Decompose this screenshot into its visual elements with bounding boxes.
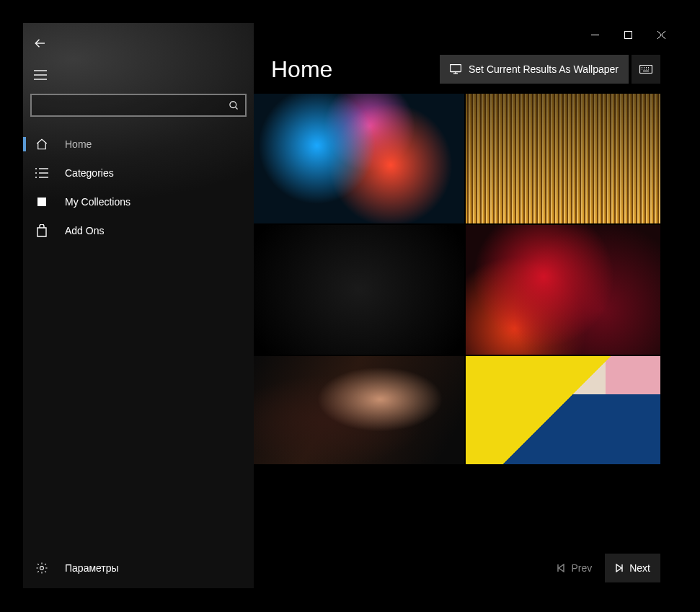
sidebar-item-addons[interactable]: Add Ons — [23, 216, 254, 245]
search-wrap — [23, 89, 254, 124]
minimize-icon — [591, 31, 599, 39]
next-button[interactable]: Next — [605, 554, 660, 582]
collection-icon — [33, 196, 50, 208]
set-wallpaper-button[interactable]: Set Current Results As Wallpaper — [440, 55, 629, 84]
arrow-left-icon — [34, 37, 47, 50]
hamburger-icon — [34, 70, 47, 80]
main-panel: Home Set Current Results As Wallpaper — [254, 23, 678, 588]
sidebar-item-label: Home — [65, 138, 92, 150]
svg-line-5 — [235, 107, 237, 109]
svg-rect-15 — [624, 31, 632, 38]
thumbnail-item[interactable] — [254, 356, 464, 464]
titlebar — [254, 23, 678, 46]
sidebar-item-label: My Collections — [65, 196, 130, 208]
sidebar: Home Categories My Colle — [23, 23, 254, 588]
prev-label: Prev — [571, 562, 592, 574]
thumbnail-item[interactable] — [466, 225, 660, 355]
page-title: Home — [271, 56, 440, 83]
svg-marker-32 — [559, 564, 564, 572]
pager: Prev Next — [254, 548, 678, 588]
nav-list: Home Categories My Colle — [23, 130, 254, 548]
maximize-button[interactable] — [611, 23, 644, 46]
thumbnail-grid — [254, 92, 678, 548]
sidebar-item-home[interactable]: Home — [23, 130, 254, 159]
svg-marker-33 — [616, 564, 621, 572]
svg-point-4 — [230, 101, 236, 107]
close-icon — [657, 31, 665, 39]
list-icon — [33, 168, 50, 178]
hamburger-button[interactable] — [23, 61, 58, 89]
prev-button[interactable]: Prev — [546, 554, 602, 582]
sidebar-item-label: Categories — [65, 167, 114, 179]
search-icon — [229, 100, 239, 111]
header-row: Home Set Current Results As Wallpaper — [254, 46, 678, 92]
monitor-icon — [450, 64, 461, 74]
skip-next-icon — [615, 564, 624, 572]
thumbnail-item[interactable] — [466, 94, 660, 223]
sidebar-item-settings[interactable]: Параметры — [23, 548, 254, 588]
thumbnail-item[interactable] — [254, 225, 464, 355]
maximize-icon — [624, 31, 632, 39]
sidebar-item-label: Add Ons — [65, 225, 104, 236]
app-window: Home Categories My Colle — [23, 23, 678, 588]
svg-rect-12 — [37, 198, 46, 206]
keyboard-icon — [639, 65, 652, 74]
close-button[interactable] — [644, 23, 678, 46]
thumbnail-item[interactable] — [466, 356, 660, 464]
sidebar-item-collections[interactable]: My Collections — [23, 187, 254, 216]
bag-icon — [33, 224, 50, 237]
search-input[interactable] — [37, 99, 229, 111]
set-wallpaper-label: Set Current Results As Wallpaper — [469, 63, 619, 75]
svg-point-13 — [40, 567, 44, 570]
gear-icon — [33, 562, 50, 575]
sidebar-item-categories[interactable]: Categories — [23, 159, 254, 187]
home-icon — [33, 138, 50, 151]
minimize-button[interactable] — [578, 23, 611, 46]
keyboard-button[interactable] — [632, 55, 660, 84]
sidebar-item-label: Параметры — [65, 562, 119, 574]
search-box[interactable] — [30, 94, 247, 117]
skip-prev-icon — [557, 564, 565, 572]
svg-rect-18 — [450, 65, 461, 72]
next-label: Next — [629, 562, 650, 574]
thumbnail-item[interactable] — [254, 94, 464, 223]
back-button[interactable] — [23, 26, 58, 61]
